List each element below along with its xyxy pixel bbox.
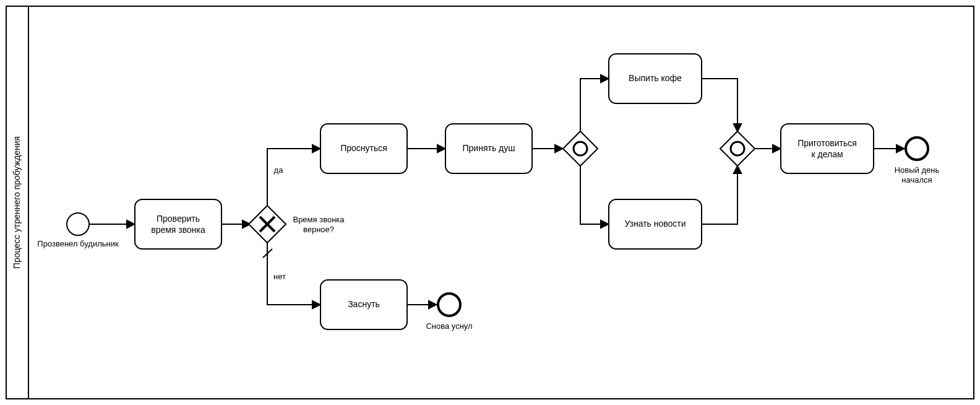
svg-text:Прозвенел будильник: Прозвенел будильник (37, 239, 119, 248)
svg-text:Снова уснул: Снова уснул (426, 321, 472, 331)
task-coffee: Выпить кофе (609, 54, 702, 103)
flow-gw-yes: да (267, 149, 320, 206)
exclusive-gateway: Время звонка верное? (249, 206, 345, 243)
task-wakeup: Проснуться (320, 124, 407, 173)
flow-news-to-join (702, 165, 737, 224)
svg-text:к делам: к делам (811, 149, 843, 159)
flow-split-to-news (580, 166, 609, 224)
task-shower: Принять душ (445, 124, 532, 173)
task-news: Узнать новости (609, 199, 702, 249)
gateway-question-l2: верное? (303, 225, 334, 234)
gateway-question-l1: Время звонка (293, 215, 345, 224)
inclusive-gateway-join (720, 131, 755, 166)
task-prepare: Приготовиться к делам (781, 124, 874, 173)
start-event: Прозвенел будильник (37, 213, 119, 248)
svg-text:Узнать новости: Узнать новости (624, 219, 686, 229)
svg-text:Приготовиться: Приготовиться (797, 138, 857, 148)
task-check-time: Проверить время звонка (135, 199, 221, 249)
flow-gw-no: нет (263, 243, 320, 305)
end-event-sleep: Снова уснул (426, 294, 472, 331)
svg-text:время звонка: время звонка (151, 225, 205, 235)
svg-text:Проснуться: Проснуться (340, 143, 387, 153)
inclusive-gateway-split (563, 131, 598, 166)
svg-text:Заснуть: Заснуть (348, 299, 380, 309)
svg-point-0 (67, 213, 89, 235)
pool-title: Процесс утреннего пробуждения (12, 136, 22, 269)
svg-point-27 (438, 294, 460, 316)
flow-coffee-to-join (702, 79, 737, 132)
svg-text:Выпить кофе: Выпить кофе (629, 73, 682, 83)
svg-marker-13 (563, 131, 598, 166)
svg-text:Новый день: Новый день (895, 165, 940, 175)
svg-text:начался: начался (901, 175, 932, 185)
svg-text:Проверить: Проверить (157, 214, 200, 224)
gateway-yes-label: да (274, 165, 284, 175)
gateway-no-label: нет (273, 272, 286, 281)
svg-text:Принять душ: Принять душ (463, 143, 515, 153)
svg-point-24 (906, 137, 928, 160)
end-event-day: Новый день начался (895, 137, 940, 185)
flow-split-to-coffee (580, 79, 609, 131)
bpmn-diagram: Процесс утреннего пробуждения Прозвенел … (0, 0, 980, 405)
svg-marker-19 (720, 131, 755, 166)
task-sleep: Заснуть (320, 280, 407, 329)
